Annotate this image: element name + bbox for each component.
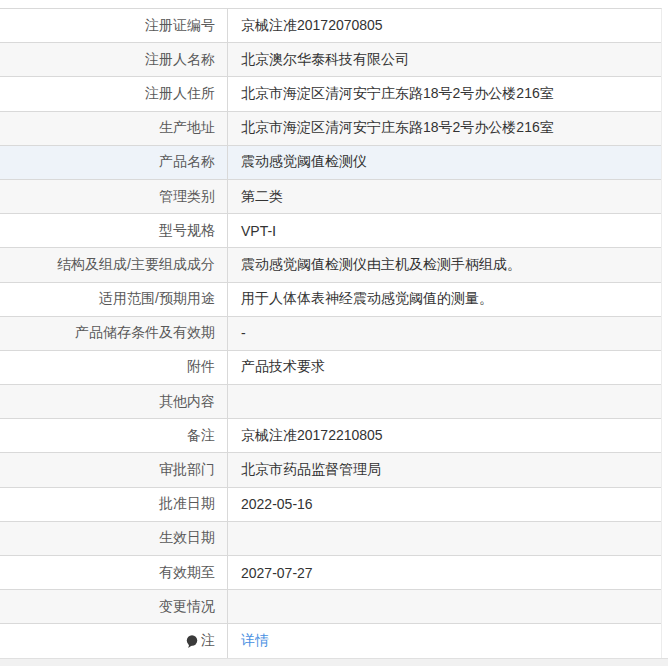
- row-value: [227, 522, 661, 555]
- table-row: 注册证编号 京械注准20172070805: [0, 9, 661, 43]
- table-row-hovered: 产品名称 震动感觉阈值检测仪: [0, 146, 661, 180]
- row-label: 审批部门: [0, 453, 227, 486]
- table-row: 注册人住所 北京市海淀区清河安宁庄东路18号2号办公楼216室: [0, 77, 661, 111]
- row-value: 2022-05-16: [227, 488, 661, 521]
- table-row: 生效日期: [0, 522, 661, 556]
- table-row: 适用范围/预期用途 用于人体体表神经震动感觉阈值的测量。: [0, 283, 661, 317]
- row-value: 详情: [227, 624, 661, 657]
- row-label: 生产地址: [0, 112, 227, 145]
- row-value: 震动感觉阈值检测仪由主机及检测手柄组成。: [227, 248, 661, 281]
- table-row: 产品储存条件及有效期 -: [0, 317, 661, 351]
- table-row: 管理类别 第二类: [0, 180, 661, 214]
- row-label: 型号规格: [0, 214, 227, 247]
- row-label: 结构及组成/主要组成成分: [0, 248, 227, 281]
- table-row: 生产地址 北京市海淀区清河安宁庄东路18号2号办公楼216室: [0, 112, 661, 146]
- row-label: 注册人名称: [0, 43, 227, 76]
- table-row: 型号规格 VPT-Ⅰ: [0, 214, 661, 248]
- row-label: 有效期至: [0, 556, 227, 589]
- row-label: 其他内容: [0, 385, 227, 418]
- registration-detail-table: 注册证编号 京械注准20172070805 注册人名称 北京澳尔华泰科技有限公司…: [0, 8, 662, 659]
- row-value: 北京澳尔华泰科技有限公司: [227, 43, 661, 76]
- row-value: 京械注准20172070805: [227, 9, 661, 42]
- detail-link[interactable]: 详情: [241, 632, 269, 650]
- registration-detail-page: 注册证编号 京械注准20172070805 注册人名称 北京澳尔华泰科技有限公司…: [0, 0, 668, 666]
- row-label: 附件: [0, 351, 227, 384]
- table-row-note: 注 详情: [0, 624, 661, 658]
- row-label: 注册证编号: [0, 9, 227, 42]
- row-label: 产品储存条件及有效期: [0, 317, 227, 350]
- row-label: 适用范围/预期用途: [0, 283, 227, 316]
- row-label: 注册人住所: [0, 77, 227, 110]
- row-value: 京械注准20172210805: [227, 419, 661, 452]
- row-label: 管理类别: [0, 180, 227, 213]
- table-row: 其他内容: [0, 385, 661, 419]
- row-label: 批准日期: [0, 488, 227, 521]
- row-value: 用于人体体表神经震动感觉阈值的测量。: [227, 283, 661, 316]
- row-value: 北京市海淀区清河安宁庄东路18号2号办公楼216室: [227, 112, 661, 145]
- row-label: 备注: [0, 419, 227, 452]
- row-value: 第二类: [227, 180, 661, 213]
- row-label: 生效日期: [0, 522, 227, 555]
- table-row: 审批部门 北京市药品监督管理局: [0, 453, 661, 487]
- row-value: [227, 385, 661, 418]
- row-label: 注: [0, 624, 227, 657]
- table-row: 批准日期 2022-05-16: [0, 488, 661, 522]
- row-label: 变更情况: [0, 590, 227, 623]
- row-value: 震动感觉阈值检测仪: [227, 146, 661, 179]
- row-value: -: [227, 317, 661, 350]
- bottom-strip: [0, 658, 668, 666]
- table-row: 注册人名称 北京澳尔华泰科技有限公司: [0, 43, 661, 77]
- row-value: VPT-Ⅰ: [227, 214, 661, 247]
- row-value: [227, 590, 661, 623]
- row-label: 产品名称: [0, 146, 227, 179]
- row-value: 北京市海淀区清河安宁庄东路18号2号办公楼216室: [227, 77, 661, 110]
- note-balloon-icon: [185, 634, 198, 650]
- table-row: 结构及组成/主要组成成分 震动感觉阈值检测仪由主机及检测手柄组成。: [0, 248, 661, 282]
- row-label-text: 注: [201, 632, 215, 650]
- row-value: 2027-07-27: [227, 556, 661, 589]
- table-row: 备注 京械注准20172210805: [0, 419, 661, 453]
- table-row: 附件 产品技术要求: [0, 351, 661, 385]
- row-value: 北京市药品监督管理局: [227, 453, 661, 486]
- table-row: 变更情况: [0, 590, 661, 624]
- row-value: 产品技术要求: [227, 351, 661, 384]
- table-row: 有效期至 2027-07-27: [0, 556, 661, 590]
